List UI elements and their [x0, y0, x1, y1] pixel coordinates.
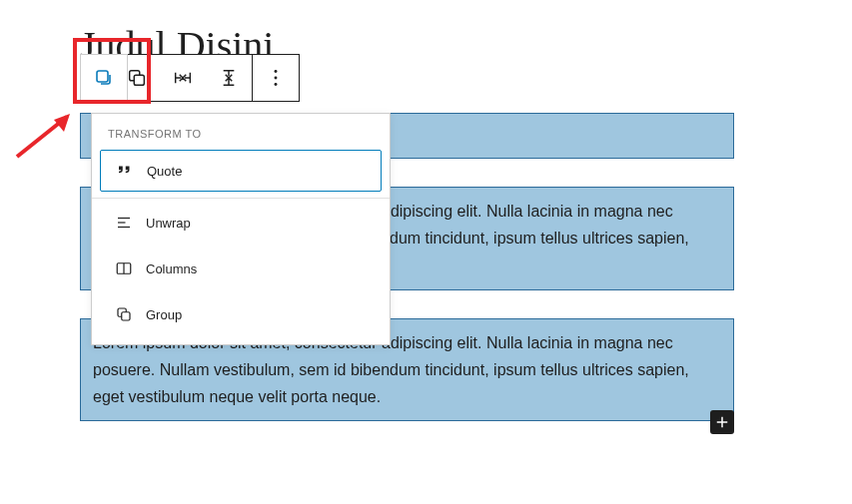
group-option-icon: [114, 304, 134, 324]
transform-option-unwrap[interactable]: Unwrap: [100, 203, 382, 243]
toolbar-row-button[interactable]: [160, 55, 206, 101]
svg-rect-4: [134, 75, 144, 85]
add-block-button[interactable]: [710, 410, 734, 434]
svg-rect-14: [122, 312, 130, 320]
transform-dropdown: TRANSFORM TO Quote Unwrap Columns Group: [91, 113, 391, 345]
transform-option-group[interactable]: Group: [100, 294, 382, 334]
more-options-icon: [265, 67, 287, 89]
svg-point-6: [275, 77, 278, 80]
quote-icon: [115, 161, 135, 181]
columns-icon: [114, 258, 134, 278]
dropdown-item-label: Quote: [147, 164, 182, 179]
toolbar-more-button[interactable]: [253, 55, 299, 101]
block-icon: [92, 66, 116, 90]
unwrap-icon: [114, 213, 134, 233]
transform-option-quote[interactable]: Quote: [100, 150, 382, 192]
svg-point-7: [275, 83, 278, 86]
dropdown-divider: [92, 198, 390, 199]
dropdown-header: TRANSFORM TO: [92, 114, 390, 150]
svg-rect-0: [97, 71, 108, 82]
svg-point-5: [275, 70, 278, 73]
toolbar-stack-button[interactable]: [206, 55, 252, 101]
dropdown-item-label: Columns: [146, 261, 197, 276]
group-icon: [126, 67, 148, 89]
plus-icon: [713, 413, 731, 431]
dropdown-item-label: Group: [146, 307, 182, 322]
stack-icon: [218, 67, 240, 89]
annotation-arrow: [12, 112, 82, 162]
block-toolbar: [113, 54, 300, 102]
dropdown-item-label: Unwrap: [146, 216, 191, 231]
block-type-button[interactable]: [80, 54, 128, 102]
row-icon: [172, 67, 194, 89]
transform-option-columns[interactable]: Columns: [100, 249, 382, 288]
